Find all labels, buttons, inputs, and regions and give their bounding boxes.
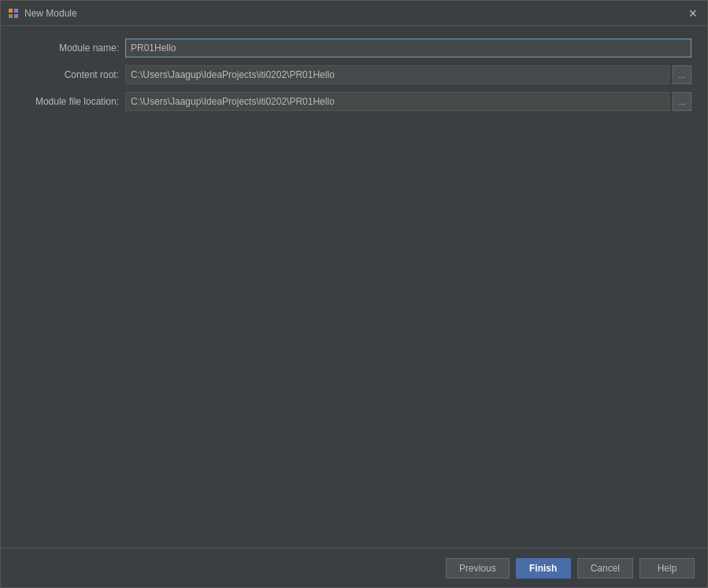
content-root-browse-button[interactable]: ...	[673, 65, 691, 84]
module-name-input[interactable]	[125, 39, 691, 57]
module-file-location-row: Module file location: ...	[17, 92, 691, 111]
finish-button[interactable]: Finish	[516, 558, 571, 579]
module-name-row: Module name:	[17, 39, 691, 57]
previous-button[interactable]: Previous	[446, 558, 510, 579]
content-root-row: Content root: ...	[17, 65, 691, 84]
content-root-input-wrapper: ...	[125, 65, 691, 84]
new-module-dialog: New Module ✕ Module name: Content root: …	[0, 0, 708, 588]
module-name-label: Module name:	[17, 43, 119, 54]
module-name-input-wrapper	[125, 39, 691, 57]
module-file-location-browse-button[interactable]: ...	[673, 92, 691, 111]
dialog-title: New Module	[24, 8, 77, 19]
title-bar-left: New Module	[7, 7, 77, 20]
svg-rect-1	[14, 9, 18, 13]
help-button[interactable]: Help	[639, 558, 695, 579]
svg-rect-0	[9, 9, 13, 13]
content-root-label: Content root:	[17, 69, 119, 80]
bottom-bar: Previous Finish Cancel Help	[1, 548, 707, 587]
module-file-location-input-wrapper: ...	[125, 92, 691, 111]
title-bar: New Module ✕	[1, 1, 707, 26]
content-root-input[interactable]	[125, 65, 669, 84]
svg-rect-3	[14, 14, 18, 18]
content-area: Module name: Content root: ... Module fi…	[1, 26, 707, 548]
close-button[interactable]: ✕	[685, 6, 701, 21]
module-file-location-input[interactable]	[125, 92, 669, 111]
module-file-location-label: Module file location:	[17, 96, 119, 107]
cancel-button[interactable]: Cancel	[577, 558, 633, 579]
svg-rect-2	[9, 14, 13, 18]
dialog-icon	[7, 7, 20, 20]
